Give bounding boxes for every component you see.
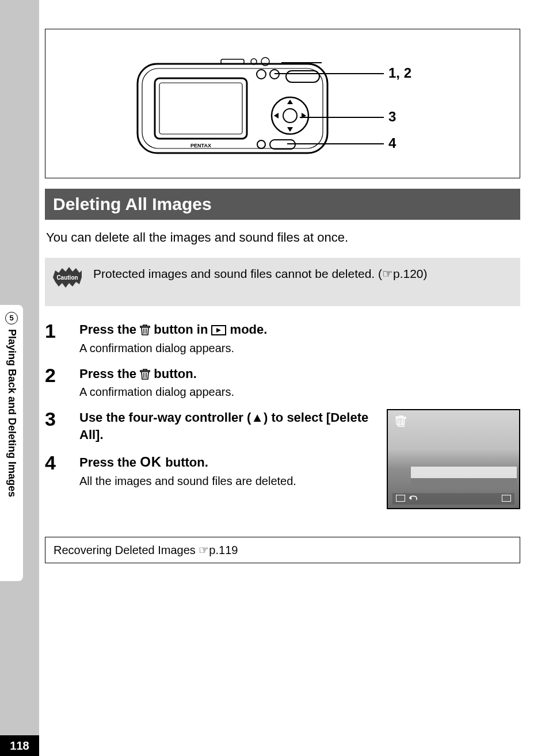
chapter-title: Playing Back and Deleting Images	[6, 329, 18, 497]
svg-rect-10	[270, 140, 295, 149]
step-title: Press the button in mode.	[79, 321, 520, 338]
svg-point-9	[270, 70, 279, 79]
chapter-side-tab: 5 Playing Back and Deleting Images	[0, 305, 23, 581]
step-number: 4	[45, 453, 67, 492]
caution-box: Caution Protected images and sound files…	[45, 258, 520, 306]
caution-text: Protected images and sound files cannot …	[93, 266, 428, 282]
svg-point-6	[283, 109, 297, 123]
svg-text:Caution: Caution	[56, 274, 78, 281]
svg-point-11	[257, 140, 265, 148]
svg-marker-22	[216, 328, 221, 333]
page-number: 118	[0, 735, 39, 756]
camera-diagram: PENTAX 1, 2 3 4	[45, 29, 520, 178]
svg-rect-0	[138, 64, 327, 153]
up-icon: ▲	[251, 410, 264, 425]
caution-icon: Caution	[52, 266, 83, 289]
page-ref-icon: ☞	[382, 267, 393, 280]
dialog-option-delete-all	[411, 467, 517, 478]
svg-rect-2	[155, 78, 247, 139]
trash-icon	[140, 324, 150, 335]
lcd-bottom-bar	[392, 493, 514, 505]
svg-rect-7	[286, 71, 319, 82]
step-number: 3	[45, 409, 67, 446]
playback-icon	[211, 325, 226, 335]
steps-list: 1 Press the button in mode. A confirmati…	[45, 321, 520, 563]
trash-icon	[140, 368, 150, 380]
svg-text:PENTAX: PENTAX	[190, 143, 211, 148]
step-title: Press the button.	[79, 365, 520, 383]
page-content: PENTAX 1, 2 3 4 Deleti	[45, 29, 520, 563]
section-heading: Deleting All Images	[45, 189, 520, 220]
svg-point-8	[257, 70, 266, 79]
step-1: 1 Press the button in mode. A confirmati…	[45, 321, 520, 360]
svg-rect-1	[142, 68, 323, 148]
menu-icon	[396, 495, 405, 502]
step-number: 2	[45, 365, 67, 404]
callout-4: 4	[388, 135, 396, 151]
dialog-option-cancel	[411, 478, 517, 490]
step-3: 3 Use the four-way controller (▲) to sel…	[45, 409, 376, 446]
step-4: 4 Press the OK button. All the images an…	[45, 453, 376, 492]
step-2: 2 Press the button. A confirmation dialo…	[45, 365, 520, 404]
back-icon	[409, 494, 419, 502]
svg-rect-3	[159, 83, 242, 134]
callout-1-2: 1, 2	[388, 65, 411, 81]
step-title: Use the four-way controller (▲) to selec…	[79, 409, 376, 443]
ok-box-icon	[502, 495, 511, 502]
page-ref-icon: ☞	[199, 544, 209, 556]
step-number: 1	[45, 321, 67, 360]
callout-3: 3	[388, 109, 396, 125]
trash-all-icon	[394, 414, 407, 429]
ok-icon: OK	[140, 454, 162, 469]
camera-illustration: PENTAX	[132, 47, 339, 162]
step-desc: All the images and sound files are delet…	[79, 475, 376, 488]
step-title: Press the OK button.	[79, 453, 376, 471]
step-desc: A confirmation dialog appears.	[79, 385, 520, 399]
step-desc: A confirmation dialog appears.	[79, 342, 520, 355]
lcd-preview	[387, 409, 520, 509]
reference-box: Recovering Deleted Images ☞p.119	[45, 537, 520, 563]
chapter-number: 5	[5, 312, 18, 324]
intro-text: You can delete all the images and sound …	[46, 230, 520, 245]
